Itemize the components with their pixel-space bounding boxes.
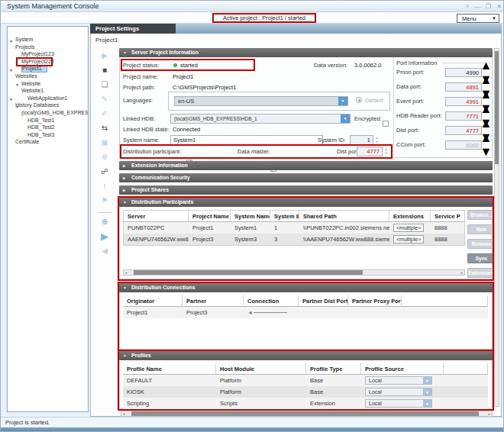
column-header-host-module[interactable]: Host Module [216, 363, 306, 375]
scroll-right-icon[interactable]: ► [487, 411, 492, 417]
tree-item-local-gms-hdb-express[interactable]: ▼(local)\GMS_HDB_EXPRESS [8, 104, 88, 111]
stop-project-icon[interactable]: ■ [93, 64, 116, 76]
save-icon[interactable]: ▣ [93, 137, 116, 149]
tree-item-myproject123[interactable]: MyProject123 [8, 45, 88, 53]
tree-item-hdb-test1[interactable]: HDB_Test1 [8, 111, 88, 119]
table-row[interactable]: Project1Project3◄ [123, 307, 488, 318]
tab-project-settings[interactable]: Project Settings [90, 24, 176, 34]
scrollbar-thumb[interactable] [495, 51, 499, 164]
port-input[interactable]: 8000 [445, 140, 482, 150]
form-horizontal-scrollbar[interactable]: ◄ ► [121, 411, 493, 417]
tree-item-certificate[interactable]: Certificate [8, 133, 88, 140]
section-header-distribution-participants[interactable]: Distribution Participants [119, 198, 493, 207]
tree-item-websites[interactable]: ▼Websites [8, 67, 88, 75]
column-header-partner-dist-port[interactable]: Partner Dist Port [299, 295, 348, 307]
tree-item-website1[interactable]: ▼Website1 [8, 82, 88, 89]
scrollbar-thumb[interactable] [131, 411, 479, 416]
column-header-connection[interactable]: Connection [244, 295, 299, 307]
column-header-system-id[interactable]: System ID [270, 211, 299, 222]
remove-button[interactable]: Remove [467, 239, 496, 249]
scroll-left-icon[interactable]: ◄ [124, 270, 128, 276]
port-input[interactable]: 4891 [445, 82, 482, 92]
column-header-service-p[interactable]: Service P [431, 211, 465, 222]
column-header-extensions[interactable]: Extensions [389, 211, 431, 222]
form-vertical-scrollbar[interactable] [494, 48, 499, 407]
port-input[interactable]: 4777 [445, 126, 482, 135]
pin-icon[interactable]: ⚑ [93, 195, 116, 207]
section-header-profiles[interactable]: Profiles [119, 351, 493, 360]
add-icon[interactable]: ⊕ [93, 216, 116, 228]
tree-expander-icon[interactable]: ▼ [9, 39, 13, 44]
edit-project-icon[interactable]: ✎ [93, 93, 116, 105]
minimize-icon[interactable]: — [473, 2, 483, 11]
new-button[interactable]: New [467, 224, 496, 234]
dist-port-spinner[interactable]: ▲▼ [383, 147, 389, 156]
tree-item-history-databases[interactable]: ▼History Databases [8, 96, 88, 104]
column-header-shared-path[interactable]: Shared Path [299, 211, 389, 222]
help-icon[interactable]: ? [462, 2, 472, 11]
column-header-system-name[interactable]: System Name [231, 211, 270, 222]
system-id-spinner[interactable]: ▲▼ [374, 135, 380, 144]
menu-dropdown[interactable]: Menu ▼ [457, 14, 499, 23]
profile-source-dropdown[interactable]: Local▼ [365, 388, 432, 396]
column-header-project-name[interactable]: Project Name [189, 211, 231, 222]
system-id-input[interactable]: 1 [350, 135, 373, 145]
table-row[interactable]: KIOSKPlatformBaseLocal▼ [123, 386, 488, 398]
languages-dropdown[interactable]: en-US ▼ [174, 96, 348, 106]
tree-expander-icon[interactable]: ▼ [15, 82, 19, 87]
tree-expander-icon[interactable]: ▼ [15, 105, 19, 109]
compare-projects-icon[interactable]: ⇆ [93, 122, 116, 134]
participants-horizontal-scrollbar[interactable]: ◄ ► [123, 269, 465, 276]
section-header-communication-security[interactable]: Communication Security [119, 173, 493, 182]
profile-source-dropdown[interactable]: Local▼ [365, 399, 432, 408]
rename-project-icon[interactable]: ✐ [93, 108, 116, 120]
tree-item-hdb-test3[interactable]: HDB_Test3 [8, 126, 88, 134]
extensions-button[interactable]: Extensions [467, 268, 496, 278]
column-header-profile-source[interactable]: Profile Source [361, 363, 444, 375]
cancel-icon[interactable]: ⊗ [93, 151, 116, 163]
maximize-icon[interactable]: ❐ [483, 2, 493, 11]
tree-item-myproject222[interactable]: MyProject222 [8, 53, 88, 60]
table-row[interactable]: AAENPU746562W.ww888Project3System33\\AAE… [124, 234, 464, 245]
extensions-dropdown[interactable]: <multiple> [393, 235, 424, 243]
table-row[interactable]: DEFAULTPlatformBaseLocal▼ [123, 375, 488, 386]
section-header-project-shares[interactable]: Project Shares [119, 185, 493, 195]
system-name-input[interactable]: System1 [170, 135, 323, 145]
section-header-distribution-connections[interactable]: Distribution Connections [119, 283, 493, 292]
tree-item-system[interactable]: System [8, 31, 88, 38]
port-input[interactable]: 7771 [445, 111, 482, 121]
extensions-dropdown[interactable]: <multiple> [393, 224, 424, 232]
browse-button[interactable]: Browse... [467, 210, 496, 220]
column-header-profile-type[interactable]: Profile Type [306, 363, 361, 375]
upgrade-project-icon[interactable]: ↑ [93, 180, 116, 192]
port-spinner[interactable]: ▲▼ [483, 140, 489, 150]
column-header-partner-proxy-port[interactable]: Partner Proxy Port [348, 295, 402, 307]
tree-item-webapplication1[interactable]: WebApplication1 [8, 89, 88, 97]
new-project-icon[interactable]: ❏ [93, 79, 116, 91]
dist-port-input[interactable]: 4777 [357, 147, 383, 156]
linked-hdb-dropdown[interactable]: (local)\GMS_HDB_EXPRESS\HDB_1 ▼ [170, 114, 351, 124]
port-input[interactable]: 4990 [445, 68, 482, 77]
tree-item-website[interactable]: Website [8, 75, 88, 82]
profile-source-dropdown[interactable]: Local▼ [365, 376, 432, 385]
tree-expander-icon[interactable]: ▼ [9, 68, 13, 73]
table-row[interactable]: PUNBT022PCProject1System11\\PUNBT022PC.i… [124, 222, 464, 234]
section-header-extension-information[interactable]: Extension Information [119, 161, 493, 170]
sync-button[interactable]: Sync [467, 253, 496, 263]
close-icon[interactable]: ✕ [494, 2, 504, 11]
column-header-partner[interactable]: Partner [183, 295, 244, 307]
table-row[interactable]: ScriptingScriptsExtensionLocal▼ [123, 398, 488, 409]
tree-item-hdb-test2[interactable]: HDB_Test2 [8, 118, 88, 126]
column-header-originator[interactable]: Originator [123, 295, 183, 307]
unlink-hdb-icon[interactable]: ☍ [93, 166, 116, 178]
section-header-server-project-information[interactable]: Server Project Information [119, 48, 493, 57]
default-radio[interactable] [356, 97, 362, 103]
column-header-profile-name[interactable]: Profile Name [123, 363, 216, 375]
back-icon[interactable]: ◀ [93, 245, 116, 257]
column-header-server[interactable]: Server [124, 211, 189, 222]
start-project-icon[interactable]: ▶ [93, 50, 116, 62]
scroll-left-icon[interactable]: ◄ [121, 411, 126, 417]
tree-item-projects[interactable]: ▼Projects [8, 38, 88, 46]
port-input[interactable]: 4991 [445, 97, 482, 106]
scroll-right-icon[interactable]: ► [460, 270, 464, 276]
